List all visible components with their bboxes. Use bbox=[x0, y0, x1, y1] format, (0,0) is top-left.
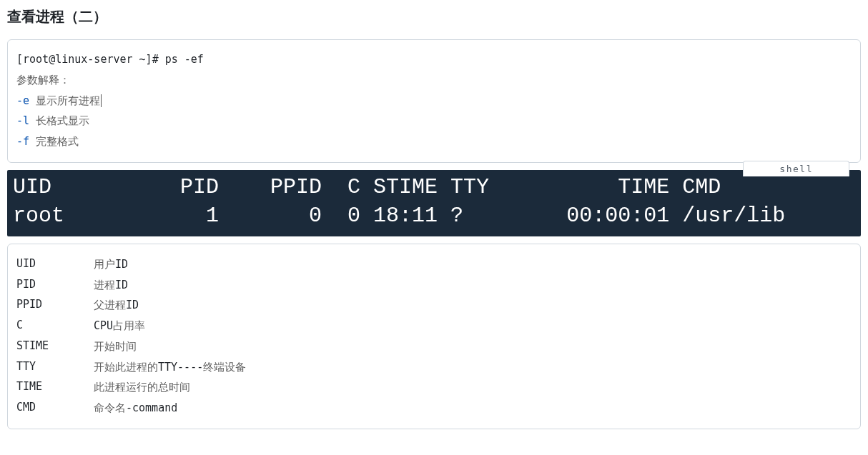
command-line: [root@linux-server ~]# ps -ef bbox=[16, 53, 204, 66]
desc-row: CMD命令名-command bbox=[16, 398, 852, 419]
desc-row: PID进程ID bbox=[16, 275, 852, 296]
desc-key: TIME bbox=[16, 377, 94, 398]
terminal-output: UID PID PPID C STIME TTY TIME CMD root 1… bbox=[7, 170, 861, 236]
text-cursor bbox=[101, 94, 102, 107]
desc-val: 进程ID bbox=[94, 275, 128, 296]
desc-key: PPID bbox=[16, 295, 94, 316]
desc-val: 用户ID bbox=[94, 254, 128, 275]
section-heading: 查看进程（二） bbox=[7, 7, 861, 26]
desc-key: TTY bbox=[16, 357, 94, 378]
terminal-row: root 1 0 0 18:11 ? 00:00:01 /usr/lib bbox=[13, 204, 785, 228]
terminal-wrapper: shell UID PID PPID C STIME TTY TIME CMD … bbox=[7, 170, 861, 236]
desc-key: C bbox=[16, 316, 94, 336]
desc-val: 开始时间 bbox=[94, 336, 137, 357]
desc-row: TTY开始此进程的TTY----终端设备 bbox=[16, 357, 852, 378]
shell-language-tag: shell bbox=[743, 161, 849, 176]
desc-key: STIME bbox=[16, 336, 94, 357]
desc-row: STIME开始时间 bbox=[16, 336, 852, 357]
flag-f-desc: 完整格式 bbox=[36, 135, 79, 147]
desc-row: UID用户ID bbox=[16, 254, 852, 275]
desc-val: 开始此进程的TTY----终端设备 bbox=[94, 357, 246, 378]
desc-row: TIME此进程运行的总时间 bbox=[16, 377, 852, 398]
desc-key: UID bbox=[16, 254, 94, 275]
terminal-header: UID PID PPID C STIME TTY TIME CMD bbox=[13, 175, 721, 199]
flag-e-desc: 显示所有进程 bbox=[36, 94, 100, 106]
desc-key: PID bbox=[16, 275, 94, 296]
desc-val: CPU占用率 bbox=[94, 316, 145, 336]
param-explain-label: 参数解释： bbox=[16, 74, 70, 86]
desc-val: 命令名-command bbox=[94, 398, 177, 419]
flag-e: -e bbox=[16, 94, 29, 107]
desc-val: 此进程运行的总时间 bbox=[94, 377, 190, 398]
flag-f: -f bbox=[16, 135, 29, 148]
flag-l-desc: 长格式显示 bbox=[36, 114, 89, 126]
flag-l: -l bbox=[16, 114, 29, 127]
code-block-params: [root@linux-server ~]# ps -ef 参数解释： -e 显… bbox=[7, 39, 861, 163]
desc-val: 父进程ID bbox=[94, 295, 139, 316]
description-block: UID用户ID PID进程ID PPID父进程ID CCPU占用率 STIME开… bbox=[7, 244, 861, 429]
desc-key: CMD bbox=[16, 398, 94, 419]
desc-row: PPID父进程ID bbox=[16, 295, 852, 316]
desc-row: CCPU占用率 bbox=[16, 316, 852, 336]
